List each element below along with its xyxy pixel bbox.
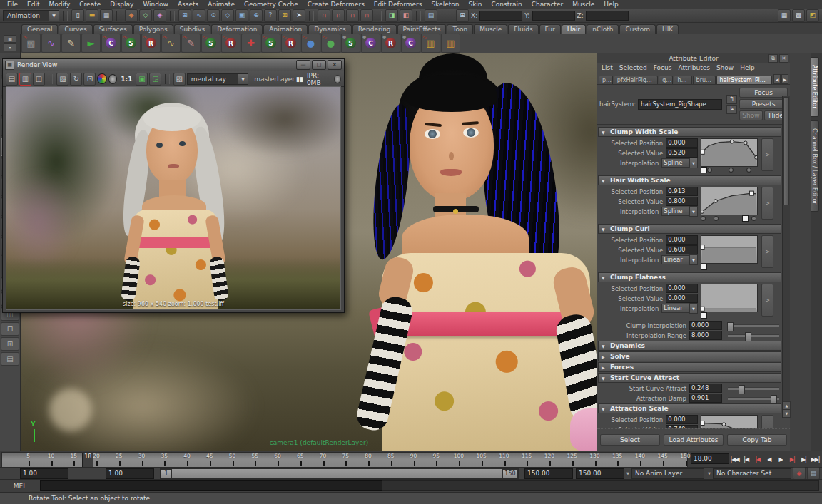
interpolation-dropdown-hair-width-scale[interactable]: Spline: [661, 207, 689, 216]
presets-button[interactable]: Presets: [739, 99, 788, 109]
time-slider[interactable]: 5101520253035404550556065707580859095100…: [0, 451, 822, 467]
render-options-icon[interactable]: ▧: [173, 73, 186, 86]
field-value-clump-curl[interactable]: 0.600: [666, 245, 698, 254]
section-header-solve[interactable]: ▶Solve: [598, 351, 781, 361]
command-line-label[interactable]: MEL: [0, 483, 40, 490]
z-field[interactable]: [586, 11, 629, 21]
menu-skin[interactable]: Skin: [468, 1, 482, 8]
brush-hair-tool[interactable]: ▥: [441, 34, 460, 53]
go-to-start-button[interactable]: |◀◀: [729, 453, 740, 466]
select-hierarchy-icon[interactable]: ◆: [125, 9, 138, 22]
menu-skeleton[interactable]: Skeleton: [432, 1, 460, 8]
ramp-marker[interactable]: [751, 216, 756, 221]
shelf-tab-fluids[interactable]: Fluids: [508, 24, 538, 34]
toolbar-separator[interactable]: [377, 11, 382, 21]
select-object-icon[interactable]: ◇: [139, 9, 152, 22]
shelf-tab-general[interactable]: General: [21, 24, 58, 34]
menu-help[interactable]: Help: [604, 1, 619, 8]
ramp-expand-button-clump-width-scale[interactable]: >: [761, 138, 773, 171]
snap-magnet-grid-icon[interactable]: ∩: [318, 9, 330, 22]
menu-create-deformers[interactable]: Create Deformers: [308, 1, 365, 8]
snap-together-icon[interactable]: ⊕: [250, 9, 263, 22]
display-rest-curves[interactable]: ∿R: [221, 34, 240, 53]
shelf-menu-icon[interactable]: ▦: [4, 35, 16, 43]
section-header-hair-width-scale[interactable]: ▼Hair Width Scale: [598, 175, 781, 185]
pause-ipr-icon[interactable]: ▮▮: [296, 76, 303, 83]
ae-tab-girl[interactable]: girl: [659, 76, 673, 84]
step-forward-frame-button[interactable]: ▶|: [798, 453, 809, 466]
close-icon[interactable]: ✕: [779, 54, 788, 63]
render-view-titlebar[interactable]: ▦ Render View —□✕: [3, 59, 344, 71]
shelf-tab-ncloth[interactable]: nCloth: [587, 24, 619, 34]
region-render-icon[interactable]: ⊡: [83, 73, 96, 86]
section-header-dynamics[interactable]: ▼Dynamics: [598, 341, 781, 351]
ramp-marker[interactable]: [714, 216, 719, 221]
render-view-window[interactable]: ▦ Render View —□✕ ▤▥◫▨↻⊡1:1▣◲▧mental ray…: [2, 58, 345, 313]
shelf-tab-painteffects[interactable]: PaintEffects: [397, 24, 447, 34]
input-connections-icon[interactable]: ?: [264, 9, 277, 22]
scroll-down-icon[interactable]: ▼: [783, 409, 791, 418]
ramp-expand-button-clump-flatness[interactable]: >: [761, 284, 773, 317]
shelf-tab-animation[interactable]: Animation: [263, 24, 308, 34]
ae-menu-attributes[interactable]: Attributes: [678, 64, 709, 71]
snap-magnet-curve-icon[interactable]: ∩: [332, 9, 345, 22]
toolbar-separator[interactable]: [63, 11, 68, 21]
interpolation-dropdown-clump-curl[interactable]: Linear: [661, 255, 689, 264]
ramp-marker-selected[interactable]: [701, 264, 707, 270]
rgb-channels-icon[interactable]: [97, 73, 106, 84]
section-header-start-curve-attract[interactable]: ▼Start Curve Attract: [598, 373, 781, 383]
menu-file[interactable]: File: [7, 1, 18, 8]
scale-hair-tool[interactable]: ●S: [341, 34, 360, 53]
y-field[interactable]: [532, 11, 575, 21]
menu-animate[interactable]: Animate: [208, 1, 235, 8]
toolbar-separator[interactable]: [49, 74, 53, 84]
play-backward-button[interactable]: ◀: [763, 453, 774, 466]
animation-start-field[interactable]: 1.00: [20, 468, 68, 479]
shelf-tab-subdivs[interactable]: Subdivs: [174, 24, 210, 34]
ae-tab-pig[interactable]: pig: [599, 76, 613, 84]
input-operations-icon[interactable]: ◨: [385, 9, 398, 22]
ramp-widget-hair-width-scale[interactable]: [701, 187, 758, 222]
interpolation-dropdown-clump-flatness[interactable]: Linear: [661, 304, 689, 313]
animation-end-field[interactable]: 150.00: [576, 468, 624, 479]
section-header-clump-flatness[interactable]: ▼Clump Flatness: [598, 272, 781, 282]
renderer-dropdown[interactable]: mental ray▼: [187, 73, 248, 85]
ramp-marker[interactable]: [746, 168, 751, 173]
slider-handle[interactable]: [739, 385, 745, 394]
load-attributes-button[interactable]: Load Attributes: [664, 434, 724, 446]
show-output-icon[interactable]: ↳: [726, 105, 737, 114]
ramp-marker[interactable]: [701, 216, 706, 221]
go-to-end-button[interactable]: ▶▶|: [810, 453, 821, 466]
save-scene-icon[interactable]: ▦: [100, 9, 113, 22]
range-start-handle[interactable]: 1: [161, 469, 172, 478]
slider-handle[interactable]: [745, 332, 751, 341]
slider-field-interpolation-range[interactable]: 8.000: [689, 331, 722, 340]
chevron-down-icon[interactable]: ▼: [689, 254, 698, 265]
refresh-ipr-icon[interactable]: ↻: [70, 73, 82, 86]
ramp-expand-button-attraction-scale[interactable]: >: [761, 415, 773, 428]
slider-handle[interactable]: [727, 322, 734, 331]
two-pane-stacked-layout[interactable]: ⊟: [1, 322, 19, 336]
field-position-clump-width-scale[interactable]: 0.000: [666, 138, 698, 148]
playback-end-field[interactable]: 150.00: [524, 468, 573, 479]
anim-layer-dropdown[interactable]: No Anim Layer: [631, 468, 704, 479]
focus-button[interactable]: Focus: [739, 88, 788, 98]
toolbar-separator[interactable]: [116, 11, 121, 21]
curl-hair-tool[interactable]: ∿: [41, 34, 61, 53]
playback-start-field[interactable]: 1.00: [106, 468, 154, 479]
ae-menu-list[interactable]: List: [602, 64, 613, 71]
new-scene-icon[interactable]: ▯: [71, 9, 84, 22]
chevron-down-icon[interactable]: ▼: [689, 158, 698, 168]
current-time-field[interactable]: 18.00: [691, 453, 729, 464]
section-header-forces[interactable]: ▶Forces: [598, 362, 781, 372]
start-curves-attract[interactable]: ∿S: [261, 34, 280, 53]
play-forward-button[interactable]: ▶: [776, 453, 786, 466]
shelf-tab-hik[interactable]: HIK: [656, 24, 679, 34]
render-settings-icon[interactable]: ◩: [806, 9, 819, 22]
ramp-marker-selected[interactable]: [701, 312, 707, 319]
chevron-down-icon[interactable]: ▼: [238, 74, 248, 84]
persp-graph-layout[interactable]: ⊞: [1, 337, 19, 351]
set-start-position[interactable]: ∿S: [121, 34, 141, 53]
time-slider-track[interactable]: 5101520253035404550556065707580859095100…: [1, 452, 688, 468]
field-position-clump-curl[interactable]: 0.000: [666, 235, 698, 245]
